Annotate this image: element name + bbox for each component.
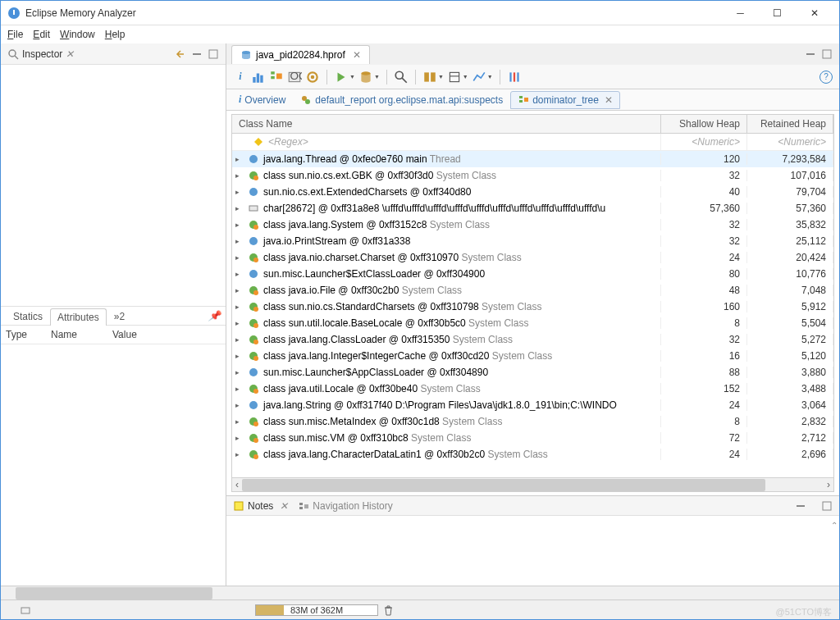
tab-navigation-history[interactable]: Navigation History xyxy=(298,500,392,512)
horizontal-scrollbar[interactable]: ‹ › xyxy=(232,477,833,491)
table-row[interactable]: ▸class java.nio.charset.Charset @ 0xff31… xyxy=(232,249,833,266)
maximize-bottom-icon[interactable] xyxy=(821,500,833,512)
table-row[interactable]: ▸sun.misc.Launcher$AppClassLoader @ 0xff… xyxy=(232,364,833,381)
menu-window[interactable]: Window xyxy=(60,29,95,40)
filter-row[interactable]: <Regex> <Numeric> <Numeric> xyxy=(232,134,833,151)
svg-point-57 xyxy=(253,389,258,394)
expand-icon[interactable]: ▸ xyxy=(235,368,244,376)
maximize-button[interactable]: ☐ xyxy=(759,2,796,25)
dominator-icon xyxy=(518,94,529,106)
subtab-overview[interactable]: i Overview xyxy=(231,90,293,109)
editor-tab-label: java_pid20284.hprof xyxy=(256,49,345,61)
tab-statics[interactable]: Statics xyxy=(6,308,50,325)
expand-icon[interactable]: ▸ xyxy=(235,385,244,393)
run-query-dropdown[interactable]: ▼ xyxy=(334,70,355,84)
row-label: class java.nio.charset.Charset @ 0xff310… xyxy=(263,252,522,263)
expand-icon[interactable]: ▸ xyxy=(235,253,244,262)
table-row[interactable]: ▸class sun.misc.MetaIndex @ 0xff30c1d8 S… xyxy=(232,413,833,430)
info-icon[interactable]: i xyxy=(233,70,248,84)
tab-notes[interactable]: Notes ✕ xyxy=(233,500,288,512)
gc-icon[interactable] xyxy=(383,604,394,616)
subtab-close-icon[interactable]: ✕ xyxy=(605,94,613,106)
notes-body[interactable]: ⌃ xyxy=(226,516,839,586)
table-row[interactable]: ▸char[28672] @ 0xff31a8e8 \ufffd\ufffd\u… xyxy=(232,200,833,217)
expand-icon[interactable]: ▸ xyxy=(235,319,244,327)
expand-icon[interactable]: ▸ xyxy=(235,237,244,245)
tab-attributes[interactable]: Attributes xyxy=(50,308,107,326)
close-button[interactable]: ✕ xyxy=(796,2,833,25)
expand-icon[interactable]: ▸ xyxy=(235,303,244,311)
table-row[interactable]: ▸sun.misc.Launcher$ExtClassLoader @ 0xff… xyxy=(232,266,833,282)
compare-dropdown[interactable]: ▼ xyxy=(422,70,444,84)
expand-icon[interactable]: ▸ xyxy=(235,401,244,409)
table-row[interactable]: ▸class sun.nio.cs.ext.GBK @ 0xff30f3d0 S… xyxy=(232,167,833,184)
table-row[interactable]: ▸class java.lang.Integer$IntegerCache @ … xyxy=(232,348,833,364)
help-icon[interactable]: ? xyxy=(819,71,833,84)
controls-icon[interactable] xyxy=(507,70,522,84)
retained-heap-cell: 5,120 xyxy=(747,350,833,362)
row-label: class sun.util.locale.BaseLocale @ 0xff3… xyxy=(263,317,528,329)
subtab-dominator-tree[interactable]: dominator_tree ✕ xyxy=(510,91,620,109)
expand-icon[interactable]: ▸ xyxy=(235,335,244,344)
chart-dropdown[interactable]: ▼ xyxy=(472,70,493,84)
expand-icon[interactable]: ▸ xyxy=(235,155,244,163)
header-shallow-heap[interactable]: Shallow Heap xyxy=(661,115,747,133)
notes-close-icon[interactable]: ✕ xyxy=(280,500,288,512)
table-row[interactable]: ▸class java.io.File @ 0xff30c2b0 System … xyxy=(232,282,833,299)
expand-icon[interactable]: ▸ xyxy=(235,434,244,442)
scroll-up-icon[interactable]: ⌃ xyxy=(831,521,838,530)
export-dropdown[interactable]: ▼ xyxy=(447,70,468,84)
histogram-icon[interactable] xyxy=(251,70,266,84)
notes-icon xyxy=(233,500,244,512)
database-dropdown[interactable]: ▼ xyxy=(358,70,380,84)
maximize-editor-icon[interactable] xyxy=(821,48,833,60)
pin-icon[interactable]: 📌 xyxy=(208,310,221,321)
expand-icon[interactable]: ▸ xyxy=(235,204,244,212)
heap-progress-bar[interactable]: 83M of 362M xyxy=(255,604,378,616)
table-row[interactable]: ▸java.lang.String @ 0xff317f40 D:\Progra… xyxy=(232,397,833,413)
table-row[interactable]: ▸sun.nio.cs.ext.ExtendedCharsets @ 0xff3… xyxy=(232,184,833,200)
tree-icon[interactable] xyxy=(269,70,284,84)
expand-icon[interactable]: ▸ xyxy=(235,286,244,294)
expand-icon[interactable]: ▸ xyxy=(235,188,244,196)
menu-edit[interactable]: Edit xyxy=(33,29,50,40)
table-row[interactable]: ▸class sun.nio.cs.StandardCharsets @ 0xf… xyxy=(232,299,833,315)
expand-icon[interactable]: ▸ xyxy=(235,352,244,360)
search-icon[interactable] xyxy=(394,70,409,84)
header-retained-heap[interactable]: Retained Heap xyxy=(747,115,833,133)
link-icon[interactable] xyxy=(175,48,186,60)
gear-icon[interactable] xyxy=(305,70,320,84)
row-label: class java.io.File @ 0xff30c2b0 System C… xyxy=(263,285,462,296)
editor-tab-close-icon[interactable]: ✕ xyxy=(353,49,361,61)
menu-help[interactable]: Help xyxy=(105,29,126,40)
table-row[interactable]: ▸java.io.PrintStream @ 0xff31a3383225,11… xyxy=(232,233,833,249)
expand-icon[interactable]: ▸ xyxy=(235,417,244,426)
header-class-name[interactable]: Class Name xyxy=(232,115,661,133)
minimize-view-icon[interactable] xyxy=(191,48,203,60)
oql-icon[interactable]: OQL xyxy=(287,70,302,84)
table-row[interactable]: ▸class java.lang.CharacterDataLatin1 @ 0… xyxy=(232,446,833,463)
menu-file[interactable]: File xyxy=(7,29,23,40)
svg-rect-23 xyxy=(431,72,436,81)
expand-icon[interactable]: ▸ xyxy=(235,221,244,229)
table-row[interactable]: ▸class java.lang.ClassLoader @ 0xff31535… xyxy=(232,331,833,348)
minimize-editor-icon[interactable] xyxy=(805,48,816,60)
editor-tab[interactable]: java_pid20284.hprof ✕ xyxy=(231,45,370,64)
tab-more[interactable]: »2 xyxy=(107,308,132,325)
table-row[interactable]: ▸class sun.misc.VM @ 0xff310bc8 System C… xyxy=(232,430,833,446)
svg-rect-22 xyxy=(424,72,429,81)
minimize-button[interactable]: ─ xyxy=(722,2,759,25)
table-row[interactable]: ▸class sun.util.locale.BaseLocale @ 0xff… xyxy=(232,315,833,331)
minimize-bottom-icon[interactable] xyxy=(795,500,806,512)
outer-horizontal-scrollbar[interactable] xyxy=(1,586,839,599)
expand-icon[interactable]: ▸ xyxy=(235,270,244,278)
svg-rect-5 xyxy=(209,50,217,58)
maximize-view-icon[interactable] xyxy=(208,48,219,60)
table-row[interactable]: ▸class java.util.Locale @ 0xff30be40 Sys… xyxy=(232,381,833,397)
expand-icon[interactable]: ▸ xyxy=(235,171,244,180)
table-row[interactable]: ▸java.lang.Thread @ 0xfec0e760 main Thre… xyxy=(232,151,833,167)
inspector-close-icon[interactable]: ✕ xyxy=(66,48,74,60)
expand-icon[interactable]: ▸ xyxy=(235,450,244,458)
subtab-default-report[interactable]: default_report org.eclipse.mat.api:suspe… xyxy=(293,91,510,109)
table-row[interactable]: ▸class java.lang.System @ 0xff3152c8 Sys… xyxy=(232,217,833,233)
